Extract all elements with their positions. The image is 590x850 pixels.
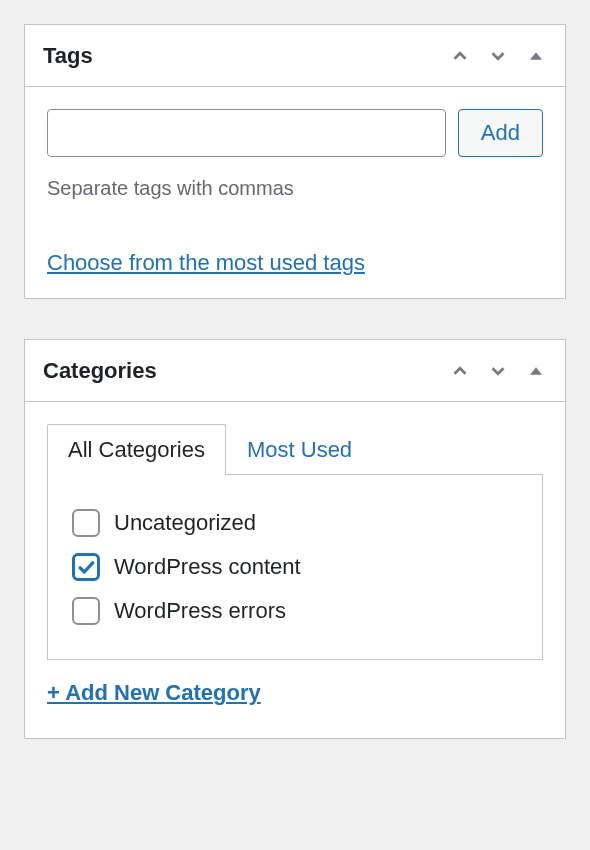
tags-title: Tags [43, 43, 93, 69]
svg-marker-1 [530, 367, 542, 375]
collapse-toggle-icon[interactable] [525, 45, 547, 67]
add-tag-button[interactable]: Add [458, 109, 543, 157]
tags-input[interactable] [47, 109, 446, 157]
move-down-icon[interactable] [487, 360, 509, 382]
category-checkbox[interactable] [72, 509, 100, 537]
categories-tabs: All Categories Most Used [47, 424, 543, 475]
category-list: Uncategorized WordPress content WordPres… [47, 474, 543, 660]
move-up-icon[interactable] [449, 360, 471, 382]
tags-panel-body: Add Separate tags with commas Choose fro… [25, 87, 565, 298]
tag-input-row: Add [47, 109, 543, 157]
tags-panel: Tags Add Separate tags with commas Choos… [24, 24, 566, 299]
category-item[interactable]: Uncategorized [72, 501, 518, 545]
move-down-icon[interactable] [487, 45, 509, 67]
collapse-toggle-icon[interactable] [525, 360, 547, 382]
add-new-category-link[interactable]: + Add New Category [47, 680, 261, 706]
category-checkbox[interactable] [72, 597, 100, 625]
categories-panel: Categories All Categories Most Used Unca… [24, 339, 566, 739]
categories-panel-body: All Categories Most Used Uncategorized W… [25, 402, 565, 738]
category-label: Uncategorized [114, 510, 256, 536]
categories-header-controls [449, 360, 547, 382]
move-up-icon[interactable] [449, 45, 471, 67]
tags-help-text: Separate tags with commas [47, 177, 543, 200]
category-item[interactable]: WordPress content [72, 545, 518, 589]
choose-most-used-tags-link[interactable]: Choose from the most used tags [47, 250, 365, 276]
category-label: WordPress errors [114, 598, 286, 624]
categories-panel-header: Categories [25, 340, 565, 402]
tab-most-used[interactable]: Most Used [226, 424, 373, 475]
category-label: WordPress content [114, 554, 301, 580]
tab-all-categories[interactable]: All Categories [47, 424, 226, 475]
category-item[interactable]: WordPress errors [72, 589, 518, 633]
svg-marker-0 [530, 52, 542, 60]
tags-panel-header: Tags [25, 25, 565, 87]
tags-header-controls [449, 45, 547, 67]
category-checkbox[interactable] [72, 553, 100, 581]
categories-title: Categories [43, 358, 157, 384]
